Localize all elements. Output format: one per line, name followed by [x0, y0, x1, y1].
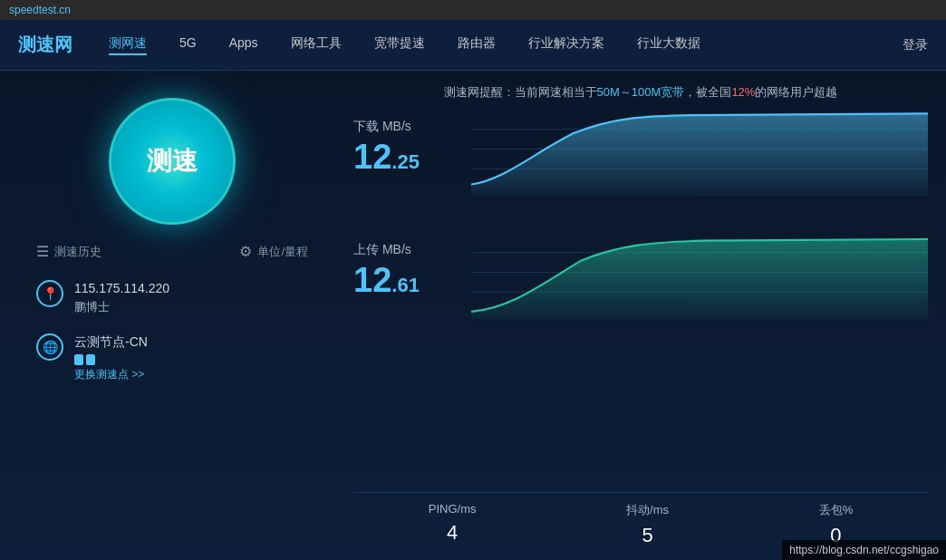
download-chart: [471, 110, 928, 200]
right-panel: 测速网提醒：当前网速相当于50M～100M宽带，被全国12%的网络用户超越 下载…: [344, 71, 946, 560]
download-section: 下载 MB/s 12.25: [353, 110, 928, 227]
change-node-link[interactable]: 更换测速点 >>: [74, 368, 144, 381]
download-whole: 12: [353, 138, 391, 176]
loss-label: 丢包%: [819, 502, 854, 518]
download-decimal: .25: [391, 150, 420, 173]
ip-address: 115.175.114.220: [74, 278, 169, 298]
upload-value: 12.61: [353, 262, 453, 300]
alert-bar: 测速网提醒：当前网速相当于50M～100M宽带，被全国12%的网络用户超越: [353, 84, 928, 101]
node-name: 云测节点-CN: [74, 332, 148, 352]
jitter-value: 5: [626, 524, 669, 547]
jitter-stat: 抖动/ms 5: [626, 502, 669, 547]
watermark: https://blog.csdn.net/ccgshigao: [782, 540, 946, 560]
ip-info-row: 📍 115.175.114.220 鹏博士: [36, 278, 308, 317]
signal-bar-2: [86, 354, 95, 365]
settings-icon: ⚙: [239, 243, 252, 260]
alert-suffix: 的网络用户超越: [755, 85, 837, 99]
signal-bars: [74, 354, 148, 365]
upload-label: 上传 MB/s: [353, 242, 453, 258]
history-control[interactable]: ☰ 测速历史: [36, 243, 101, 260]
alert-range: 50M～100M宽带: [597, 85, 685, 99]
history-icon: ☰: [36, 243, 49, 260]
ping-value: 4: [429, 521, 477, 545]
info-section: 📍 115.175.114.220 鹏博士 🌐 云测节点-CN 更换测速点 >>: [36, 278, 308, 398]
site-logo[interactable]: 测速网: [18, 33, 72, 57]
browser-url: speedtest.cn: [9, 4, 71, 16]
nav-links: 测网速 5G Apps 网络工具 宽带提速 路由器 行业解决方案 行业大数据: [109, 35, 903, 55]
alert-middle: ，被全国: [684, 85, 731, 99]
alert-prefix: 测速网提醒：当前网速相当于: [444, 85, 597, 99]
location-icon: 📍: [36, 280, 63, 307]
browser-bar: speedtest.cn: [0, 0, 946, 20]
nav-link-tools[interactable]: 网络工具: [291, 35, 342, 55]
nav-link-bigdata[interactable]: 行业大数据: [637, 35, 700, 55]
nav-link-industry[interactable]: 行业解决方案: [528, 35, 604, 55]
navigation: 测速网 测网速 5G Apps 网络工具 宽带提速 路由器 行业解决方案 行业大…: [0, 20, 946, 71]
nav-link-broadband[interactable]: 宽带提速: [374, 35, 425, 55]
download-label: 下载 MB/s: [353, 119, 453, 135]
globe-icon: 🌐: [36, 333, 63, 361]
signal-bar-1: [74, 354, 83, 365]
ip-info-text: 115.175.114.220 鹏博士: [74, 278, 169, 317]
login-button[interactable]: 登录: [903, 37, 928, 53]
upload-info: 上传 MB/s 12.61: [353, 233, 453, 300]
main-content: 测速 ☰ 测速历史 ⚙ 单位/量程 📍 115.175.114.220 鹏博士 …: [0, 71, 946, 560]
controls-bar: ☰ 测速历史 ⚙ 单位/量程: [36, 243, 308, 260]
node-info-row: 🌐 云测节点-CN 更换测速点 >>: [36, 332, 308, 383]
settings-label: 单位/量程: [257, 244, 308, 260]
node-info-text: 云测节点-CN 更换测速点 >>: [74, 332, 148, 383]
ping-stat: PING/ms 4: [429, 502, 477, 547]
nav-link-apps[interactable]: Apps: [229, 35, 258, 55]
settings-control[interactable]: ⚙ 单位/量程: [239, 243, 308, 260]
ping-label: PING/ms: [429, 502, 477, 516]
location-name: 鹏博士: [74, 298, 169, 317]
nav-link-speedtest[interactable]: 测网速: [109, 35, 147, 55]
left-panel: 测速 ☰ 测速历史 ⚙ 单位/量程 📍 115.175.114.220 鹏博士 …: [0, 71, 344, 560]
nav-link-router[interactable]: 路由器: [458, 35, 496, 55]
upload-decimal: .61: [391, 274, 420, 296]
download-info: 下载 MB/s 12.25: [353, 110, 453, 177]
upload-whole: 12: [353, 261, 391, 299]
nav-link-5g[interactable]: 5G: [179, 35, 197, 55]
upload-section: 上传 MB/s 12.61: [353, 233, 928, 351]
upload-chart: [471, 233, 928, 323]
history-label: 测速历史: [54, 244, 101, 260]
download-value: 12.25: [353, 139, 453, 177]
jitter-label: 抖动/ms: [626, 502, 669, 518]
speed-test-button[interactable]: 测速: [109, 98, 236, 225]
alert-percent: 12%: [731, 85, 755, 99]
